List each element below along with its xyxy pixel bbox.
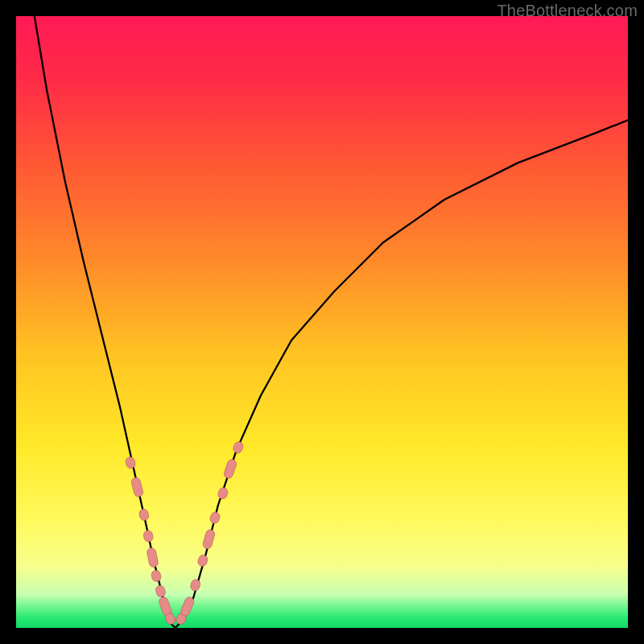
outer-frame: TheBottleneck.com [0, 0, 644, 644]
gradient-background [16, 16, 628, 628]
plot-area [16, 16, 628, 628]
chart-svg [16, 16, 628, 628]
